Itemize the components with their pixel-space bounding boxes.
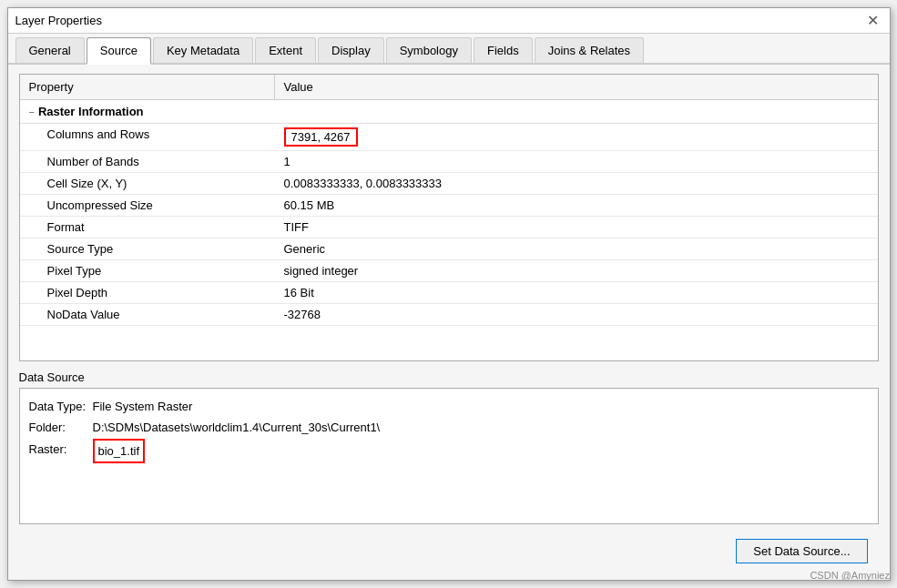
tab-joins-relates[interactable]: Joins & Relates [535,37,644,63]
tab-symbology[interactable]: Symbology [386,37,472,63]
table-row: Pixel Depth 16 Bit [20,282,878,304]
table-row: NoData Value -32768 [20,304,878,326]
table-row: Number of Bands 1 [20,151,878,173]
datasource-content: Data Type: File System Raster Folder: D:… [20,389,878,523]
raster-val-highlighted: bio_1.tif [93,439,146,463]
property-cell: Pixel Depth [20,282,275,303]
type-key: Data Type: [29,396,93,417]
highlighted-value: 7391, 4267 [284,127,358,147]
watermark: CSDN @Amyniez [810,570,890,581]
datasource-label: Data Source [19,370,879,384]
table-row: Pixel Type signed integer [20,260,878,282]
value-cell: 60.15 MB [275,195,878,216]
table-row: Columns and Rows 7391, 4267 [20,124,878,151]
datasource-panel: Data Type: File System Raster Folder: D:… [19,388,879,524]
table-header: Property Value [20,75,878,100]
property-cell: Format [20,217,275,238]
table-row: Uncompressed Size 60.15 MB [20,195,878,217]
col-value-header: Value [275,75,878,99]
value-cell: 0.0083333333, 0.0083333333 [275,173,878,194]
window-title: Layer Properties [15,14,102,27]
raster-key: Raster: [29,439,93,463]
datasource-raster-row: Raster: bio_1.tif [29,439,869,463]
section-label: Raster Information [38,105,144,118]
tab-content: Property Value − Raster Information Colu… [8,65,890,580]
value-cell: Generic [275,238,878,259]
property-cell: Number of Bands [20,151,275,172]
tab-display[interactable]: Display [318,37,384,63]
value-cell: 1 [275,151,878,172]
folder-key: Folder: [29,417,93,438]
section-cell: − Raster Information [20,100,275,123]
datasource-type-row: Data Type: File System Raster [29,396,869,417]
value-cell: 16 Bit [275,282,878,303]
tab-bar: General Source Key Metadata Extent Displ… [8,34,890,65]
value-cell: 7391, 4267 [275,124,878,150]
collapse-icon[interactable]: − [29,106,35,117]
type-val: File System Raster [93,396,193,417]
tab-general[interactable]: General [15,37,85,63]
value-cell: -32768 [275,304,878,325]
datasource-folder-row: Folder: D:\SDMs\Datasets\worldclim1.4\Cu… [29,417,869,438]
close-button[interactable]: ✕ [863,12,882,30]
property-cell: NoData Value [20,304,275,325]
table-row: Cell Size (X, Y) 0.0083333333, 0.0083333… [20,173,878,195]
titlebar: Layer Properties ✕ [8,8,890,34]
value-cell: signed integer [275,260,878,281]
set-datasource-button[interactable]: Set Data Source... [736,539,867,563]
table-row: Format TIFF [20,217,878,238]
col-property-header: Property [20,75,275,99]
property-cell: Cell Size (X, Y) [20,173,275,194]
tab-fields[interactable]: Fields [474,37,533,63]
tab-key-metadata[interactable]: Key Metadata [153,37,253,63]
layer-properties-window: Layer Properties ✕ General Source Key Me… [7,7,891,581]
property-cell: Pixel Type [20,260,275,281]
table-row: Source Type Generic [20,238,878,260]
property-table-panel: Property Value − Raster Information Colu… [19,74,879,361]
footer: Set Data Source... [19,533,879,571]
tab-extent[interactable]: Extent [255,37,316,63]
property-cell: Uncompressed Size [20,195,275,216]
table-body[interactable]: − Raster Information Columns and Rows 73… [20,100,878,360]
folder-val: D:\SDMs\Datasets\worldclim1.4\Current_30… [93,417,381,438]
property-cell: Source Type [20,238,275,259]
property-cell: Columns and Rows [20,124,275,150]
datasource-section: Data Source Data Type: File System Raste… [19,370,879,524]
tab-source[interactable]: Source [87,37,151,65]
value-cell: TIFF [275,217,878,238]
raster-info-section-header: − Raster Information [20,100,878,124]
